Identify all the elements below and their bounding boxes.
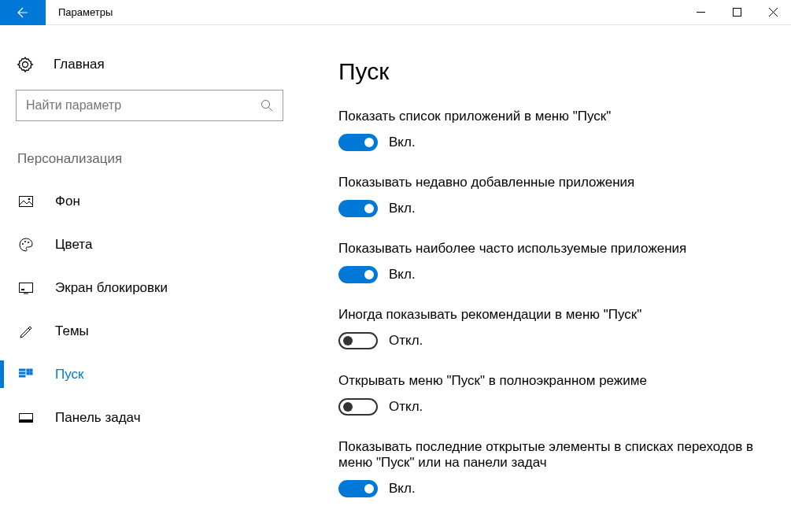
themes-icon bbox=[19, 324, 33, 338]
sidebar-item-label: Фон bbox=[55, 194, 80, 209]
setting-label: Иногда показывать рекомендации в меню "П… bbox=[338, 307, 760, 323]
setting-label: Показывать недавно добавленные приложени… bbox=[338, 175, 760, 190]
close-button[interactable] bbox=[755, 0, 791, 25]
back-button[interactable] bbox=[0, 0, 46, 25]
svg-rect-2 bbox=[20, 196, 33, 206]
setting-item: Иногда показывать рекомендации в меню "П… bbox=[338, 307, 760, 349]
sidebar-item-label: Цвета bbox=[55, 237, 92, 253]
svg-rect-8 bbox=[21, 289, 24, 290]
setting-label: Показать список приложений в меню "Пуск" bbox=[338, 109, 760, 124]
sidebar-item-label: Темы bbox=[55, 323, 89, 339]
sidebar-item-label: Панель задач bbox=[55, 410, 141, 426]
sidebar-section-header: Персонализация bbox=[17, 151, 283, 167]
search-input[interactable] bbox=[26, 98, 261, 113]
svg-point-4 bbox=[22, 243, 24, 245]
svg-rect-13 bbox=[30, 369, 32, 371]
titlebar: Параметры bbox=[0, 0, 791, 25]
toggle-state-label: Откл. bbox=[389, 333, 423, 349]
sidebar-item-label: Пуск bbox=[55, 367, 83, 382]
toggle-state-label: Вкл. bbox=[389, 201, 416, 216]
sidebar-item-themes[interactable]: Темы bbox=[16, 309, 283, 353]
sidebar-item-label: Экран блокировки bbox=[55, 280, 168, 296]
palette-icon bbox=[19, 238, 33, 252]
toggle-knob bbox=[343, 336, 353, 345]
svg-point-5 bbox=[24, 241, 26, 242]
gear-icon bbox=[17, 57, 33, 72]
close-icon bbox=[769, 8, 778, 17]
sidebar-item-taskbar[interactable]: Панель задач bbox=[16, 396, 283, 439]
sidebar-home[interactable]: Главная bbox=[16, 49, 283, 83]
svg-rect-0 bbox=[733, 9, 741, 17]
svg-rect-7 bbox=[20, 283, 33, 292]
sidebar-item-background[interactable]: Фон bbox=[16, 179, 283, 223]
minimize-icon bbox=[697, 8, 705, 17]
toggle-switch[interactable] bbox=[338, 398, 378, 416]
svg-point-3 bbox=[28, 198, 31, 200]
svg-rect-15 bbox=[30, 372, 32, 375]
setting-item: Показывать последние открытые элементы в… bbox=[338, 439, 760, 497]
picture-icon bbox=[19, 194, 33, 209]
toggle-knob bbox=[364, 270, 374, 279]
toggle-switch[interactable] bbox=[338, 480, 378, 497]
toggle-state-label: Вкл. bbox=[389, 481, 416, 497]
toggle-state-label: Вкл. bbox=[389, 267, 416, 283]
setting-label: Показывать наиболее часто используемые п… bbox=[338, 241, 760, 257]
taskbar-icon bbox=[19, 411, 33, 425]
toggle-state-label: Откл. bbox=[389, 399, 423, 415]
minimize-button[interactable] bbox=[682, 0, 719, 25]
sidebar: Главная Персонализация Фон Цвета Экран б… bbox=[0, 25, 299, 532]
sidebar-home-label: Главная bbox=[54, 57, 105, 72]
toggle-knob bbox=[364, 484, 374, 493]
svg-rect-11 bbox=[19, 375, 25, 377]
setting-item: Показывать недавно добавленные приложени… bbox=[338, 175, 760, 217]
setting-item: Открывать меню "Пуск" в полноэкранном ре… bbox=[338, 373, 760, 416]
toggle-switch[interactable] bbox=[338, 134, 378, 151]
svg-rect-10 bbox=[19, 372, 25, 374]
window-title: Параметры bbox=[58, 6, 682, 18]
toggle-knob bbox=[343, 402, 353, 412]
svg-rect-9 bbox=[19, 369, 25, 371]
search-box[interactable] bbox=[16, 90, 283, 121]
page-heading: Пуск bbox=[338, 58, 760, 85]
svg-point-1 bbox=[262, 101, 270, 109]
sidebar-item-colors[interactable]: Цвета bbox=[16, 223, 283, 266]
toggle-switch[interactable] bbox=[338, 200, 378, 217]
maximize-button[interactable] bbox=[719, 0, 755, 25]
main-panel: Пуск Показать список приложений в меню "… bbox=[299, 25, 791, 532]
start-icon bbox=[19, 368, 33, 382]
toggle-knob bbox=[364, 204, 374, 213]
setting-item: Показать список приложений в меню "Пуск"… bbox=[338, 109, 760, 151]
maximize-icon bbox=[733, 8, 741, 17]
svg-rect-14 bbox=[27, 372, 29, 375]
sidebar-item-start[interactable]: Пуск bbox=[16, 353, 283, 396]
arrow-left-icon bbox=[17, 6, 29, 19]
toggle-state-label: Вкл. bbox=[389, 135, 416, 150]
toggle-switch[interactable] bbox=[338, 332, 378, 349]
sidebar-item-lockscreen[interactable]: Экран блокировки bbox=[16, 266, 283, 309]
svg-rect-17 bbox=[20, 419, 32, 422]
search-icon bbox=[261, 99, 273, 112]
setting-label: Открывать меню "Пуск" в полноэкранном ре… bbox=[338, 373, 760, 389]
setting-item: Показывать наиболее часто используемые п… bbox=[338, 241, 760, 283]
setting-label: Показывать последние открытые элементы в… bbox=[338, 439, 760, 471]
toggle-knob bbox=[364, 138, 374, 147]
svg-point-6 bbox=[28, 242, 29, 243]
toggle-switch[interactable] bbox=[338, 266, 378, 283]
svg-rect-12 bbox=[27, 369, 29, 371]
lockscreen-icon bbox=[19, 281, 33, 295]
